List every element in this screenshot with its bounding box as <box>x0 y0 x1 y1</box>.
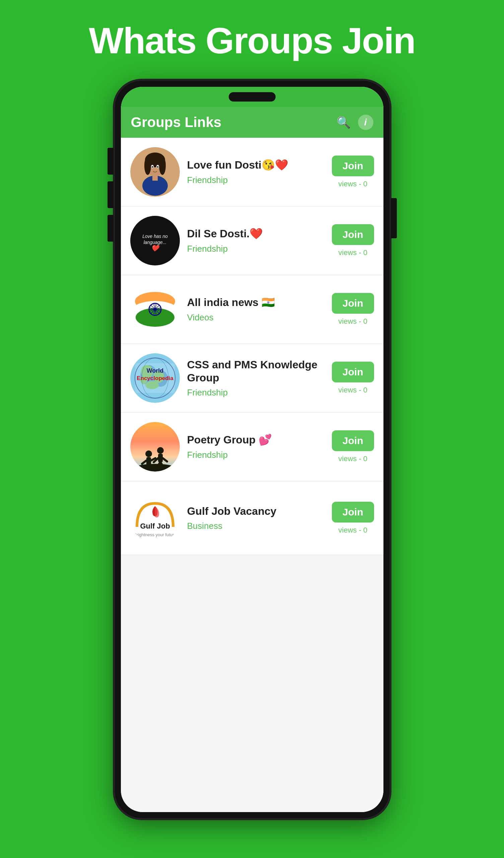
header-icons: 🔍 i <box>337 115 373 130</box>
join-button[interactable]: Join <box>332 502 374 523</box>
group-info: All india news 🇮🇳 Videos <box>187 296 325 322</box>
app-header-title: Groups Links <box>131 114 222 130</box>
group-category: Business <box>187 521 325 531</box>
svg-point-10 <box>157 166 158 168</box>
group-info: Poetry Group 💕 Friendship <box>187 433 325 460</box>
svg-text:language...: language... <box>143 240 166 245</box>
svg-text:World: World <box>146 367 163 374</box>
avatar: World Encyclopedia <box>130 353 180 403</box>
group-info: Gulf Job Vacancy Business <box>187 505 325 531</box>
group-actions: Join views - 0 <box>332 362 374 395</box>
svg-rect-45 <box>146 457 151 465</box>
group-category: Friendship <box>187 244 325 254</box>
svg-text:Encyclopedia: Encyclopedia <box>136 375 174 381</box>
info-icon[interactable]: i <box>358 115 373 130</box>
search-icon[interactable]: 🔍 <box>337 116 351 129</box>
group-name: Love fun Dosti😘❤️ <box>187 159 325 171</box>
svg-text:Love has no: Love has no <box>142 234 168 239</box>
views-count: views - 0 <box>338 317 368 326</box>
app-header: Groups Links 🔍 i <box>121 107 384 138</box>
group-actions: Join views - 0 <box>332 224 374 257</box>
avatar <box>130 147 180 197</box>
group-name: Poetry Group 💕 <box>187 433 325 446</box>
group-actions: Join views - 0 <box>332 293 374 326</box>
svg-point-4 <box>159 156 166 175</box>
groups-list: Love fun Dosti😘❤️ Friendship Join views … <box>121 138 384 812</box>
page-title: Whats Groups Join <box>89 20 415 61</box>
list-item: All india news 🇮🇳 Videos Join views - 0 <box>121 275 384 344</box>
avatar: Love has no language... ❤️ <box>130 216 180 266</box>
group-actions: Join views - 0 <box>332 156 374 188</box>
group-category: Friendship <box>187 450 325 460</box>
svg-point-48 <box>157 447 164 454</box>
svg-text:Brightness your future: Brightness your future <box>134 532 176 537</box>
views-count: views - 0 <box>338 526 368 535</box>
group-category: Videos <box>187 312 325 323</box>
group-info: CSS and PMS Knowledge Group Friendship <box>187 358 325 398</box>
join-button[interactable]: Join <box>332 293 374 314</box>
views-count: views - 0 <box>338 180 368 188</box>
views-count: views - 0 <box>338 455 368 463</box>
group-actions: Join views - 0 <box>332 502 374 535</box>
group-info: Dil Se Dosti.❤️ Friendship <box>187 227 325 254</box>
group-name: Gulf Job Vacancy <box>187 505 325 518</box>
list-item: Love has no language... ❤️ Dil Se Dosti.… <box>121 206 384 275</box>
join-button[interactable]: Join <box>332 430 374 451</box>
list-item: Poetry Group 💕 Friendship Join views - 0 <box>121 413 384 481</box>
notch-bar <box>121 87 384 107</box>
list-item: Love fun Dosti😘❤️ Friendship Join views … <box>121 138 384 206</box>
group-category: Friendship <box>187 175 325 185</box>
join-button[interactable]: Join <box>332 156 374 176</box>
avatar <box>130 285 180 334</box>
phone-mockup: Groups Links 🔍 i <box>115 81 389 818</box>
avatar: Gulf Job Brightness your future <box>130 493 180 543</box>
group-name: CSS and PMS Knowledge Group <box>187 358 325 384</box>
phone-screen: Groups Links 🔍 i <box>121 87 384 812</box>
svg-point-9 <box>151 166 153 168</box>
group-info: Love fun Dosti😘❤️ Friendship <box>187 159 325 185</box>
views-count: views - 0 <box>338 386 368 395</box>
group-name: All india news 🇮🇳 <box>187 296 325 309</box>
notch-pill <box>229 92 276 101</box>
group-actions: Join views - 0 <box>332 430 374 463</box>
svg-point-3 <box>144 156 151 175</box>
svg-rect-6 <box>152 175 158 181</box>
group-name: Dil Se Dosti.❤️ <box>187 227 325 240</box>
group-category: Friendship <box>187 387 325 398</box>
list-item: Gulf Job Brightness your future Gulf Job… <box>121 481 384 555</box>
join-button[interactable]: Join <box>332 362 374 382</box>
svg-text:Gulf Job: Gulf Job <box>140 522 170 530</box>
join-button[interactable]: Join <box>332 224 374 245</box>
svg-point-43 <box>130 464 180 472</box>
avatar <box>130 422 180 472</box>
views-count: views - 0 <box>338 248 368 257</box>
svg-point-44 <box>145 450 152 457</box>
list-item: World Encyclopedia CSS and PMS Knowledge… <box>121 344 384 413</box>
